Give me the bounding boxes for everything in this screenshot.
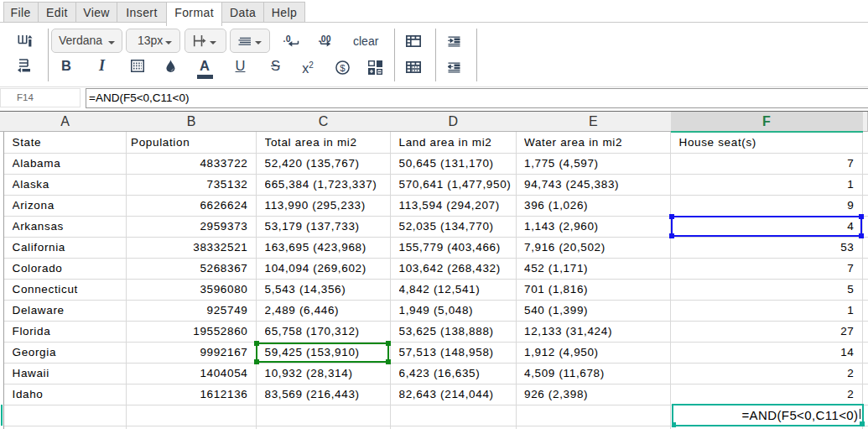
svg-text:.0: .0 bbox=[283, 34, 291, 44]
svg-text:$: $ bbox=[340, 62, 346, 72]
